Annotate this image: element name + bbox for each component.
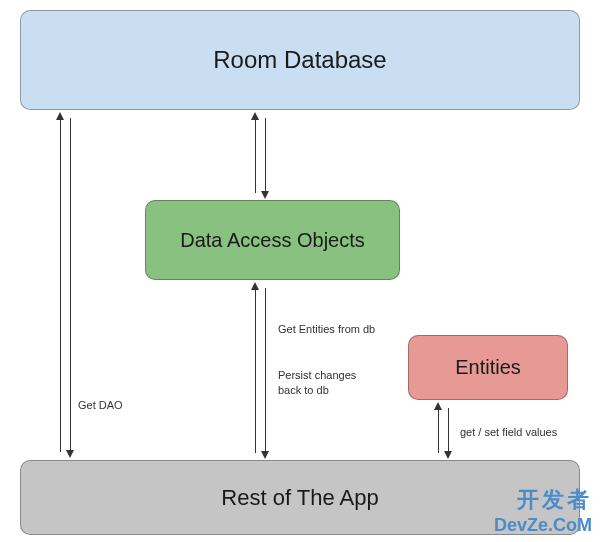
label-persist-2: back to db — [278, 383, 329, 397]
room-database-box: Room Database — [20, 10, 580, 110]
arrow-dao-rest-down-head — [261, 451, 269, 459]
arrow-dao-room-up — [255, 118, 256, 193]
arrow-dao-rest-up — [255, 288, 256, 453]
rest-app-label: Rest of The App — [221, 485, 378, 511]
label-get-entities: Get Entities from db — [278, 322, 375, 336]
label-persist-1: Persist changes — [278, 368, 356, 382]
rest-app-box: Rest of The App — [20, 460, 580, 535]
label-get-set: get / set field values — [460, 425, 557, 439]
arrow-getdao-down-head — [66, 450, 74, 458]
arrow-dao-rest-up-head — [251, 282, 259, 290]
arrow-getdao-up — [60, 118, 61, 452]
label-get-dao: Get DAO — [78, 398, 123, 412]
arrow-getdao-down — [70, 118, 71, 452]
arrow-ent-rest-up — [438, 408, 439, 453]
dao-box: Data Access Objects — [145, 200, 400, 280]
entities-box: Entities — [408, 335, 568, 400]
arrow-getdao-up-head — [56, 112, 64, 120]
room-database-label: Room Database — [213, 46, 386, 74]
arrow-ent-rest-up-head — [434, 402, 442, 410]
arrow-dao-room-down — [265, 118, 266, 193]
arrow-ent-rest-down — [448, 408, 449, 453]
arrow-dao-rest-down — [265, 288, 266, 453]
arrow-dao-room-up-head — [251, 112, 259, 120]
arrow-ent-rest-down-head — [444, 451, 452, 459]
entities-label: Entities — [455, 356, 521, 379]
arrow-dao-room-down-head — [261, 191, 269, 199]
dao-label: Data Access Objects — [180, 229, 365, 252]
